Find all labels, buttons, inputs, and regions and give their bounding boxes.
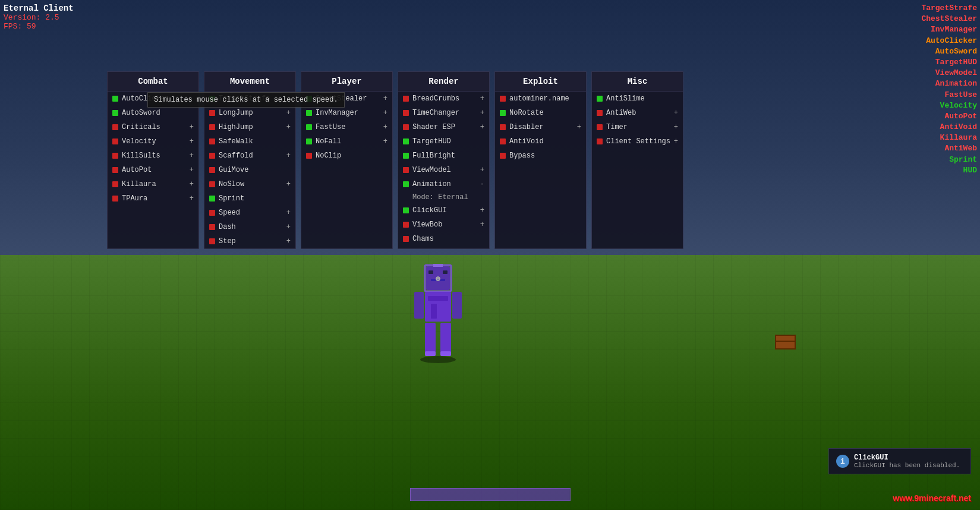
module-expand-icon[interactable]: + (286, 123, 291, 131)
module-name: Sprint (219, 194, 291, 203)
module-expand-icon[interactable]: + (674, 137, 678, 146)
module-item-autopot[interactable]: AutoPot+ (108, 163, 198, 177)
module-name: Disabler (509, 123, 575, 131)
module-dot (209, 196, 215, 202)
module-item-scaffold[interactable]: Scaffold+ (204, 149, 295, 163)
module-name: FullBright (412, 152, 484, 160)
module-item-antiweb[interactable]: AntiWeb+ (592, 106, 683, 120)
module-expand-icon[interactable]: + (674, 109, 678, 117)
module-item-noslow[interactable]: NoSlow+ (204, 177, 295, 191)
module-expand-icon[interactable]: + (286, 152, 291, 160)
panel-exploit: Exploitautominer.nameNoRotateDisabler+An… (494, 71, 587, 249)
module-item-sprint[interactable]: Sprint (204, 191, 295, 206)
module-name: Timer (606, 123, 672, 131)
module-dot (112, 167, 118, 173)
module-item-invmanager[interactable]: InvManager+ (301, 106, 392, 120)
module-item-shader-esp[interactable]: Shader ESP+ (398, 120, 489, 134)
module-expand-icon[interactable]: + (480, 166, 484, 174)
module-item-viewmodel[interactable]: ViewModel+ (398, 163, 489, 177)
module-item-antislime[interactable]: AntiSlime (592, 92, 683, 106)
module-expand-icon[interactable]: + (286, 209, 291, 217)
module-name: ViewBob (412, 221, 478, 229)
module-name: Velocity (122, 137, 187, 146)
top-right-module-autoclicker: AutoClicker (921, 36, 977, 46)
svg-rect-9 (414, 292, 424, 319)
module-item-safewalk[interactable]: SafeWalk (204, 134, 295, 149)
module-item-dash[interactable]: Dash+ (204, 220, 295, 234)
module-expand-icon[interactable]: + (383, 109, 387, 117)
module-item-highjump[interactable]: HighJump+ (204, 120, 295, 134)
module-item-tpaura[interactable]: TPAura+ (108, 191, 198, 206)
module-expand-icon[interactable]: + (286, 237, 291, 245)
module-item-step[interactable]: Step+ (204, 234, 295, 248)
top-right-module-autosword: AutoSword (921, 46, 977, 57)
module-item-velocity[interactable]: Velocity+ (108, 134, 198, 149)
module-item-bypass[interactable]: Bypass (495, 149, 586, 163)
module-item-killsults[interactable]: KillSults+ (108, 149, 198, 163)
module-expand-icon[interactable]: + (190, 166, 194, 174)
module-item-viewbob[interactable]: ViewBob+ (398, 218, 489, 232)
module-dot (403, 124, 409, 130)
module-item-timechanger[interactable]: TimeChanger+ (398, 106, 489, 120)
module-dot (306, 138, 312, 144)
module-expand-icon[interactable]: + (286, 180, 291, 188)
module-item-client-settings[interactable]: Client Settings+ (592, 134, 683, 149)
module-name: Bypass (509, 152, 581, 160)
module-item-timer[interactable]: Timer+ (592, 120, 683, 134)
top-info: Eternal Client Version: 2.5 FPS: 59 (4, 4, 74, 31)
module-item-guimove[interactable]: GuiMove (204, 163, 295, 177)
module-item-norotate[interactable]: NoRotate (495, 106, 586, 120)
top-right-module-invmanager: InvManager (921, 24, 977, 35)
module-expand-icon[interactable]: + (190, 123, 194, 131)
module-item-nofall[interactable]: NoFall+ (301, 134, 392, 149)
module-expand-icon[interactable]: + (383, 95, 387, 103)
module-item-antivoid[interactable]: AntiVoid (495, 134, 586, 149)
module-item-fastuse[interactable]: FastUse+ (301, 120, 392, 134)
module-item-chams[interactable]: Chams (398, 232, 489, 246)
module-item-autosword[interactable]: AutoSword (108, 106, 198, 120)
module-item-fullbright[interactable]: FullBright (398, 149, 489, 163)
module-name: LongJump (219, 109, 284, 117)
module-expand-icon[interactable]: + (190, 180, 194, 188)
module-dot (306, 153, 312, 159)
module-item-killaura[interactable]: Killaura+ (108, 177, 198, 191)
module-item-animation[interactable]: Animation- (398, 177, 489, 191)
module-expand-icon[interactable]: + (480, 206, 484, 215)
module-expand-icon[interactable]: + (674, 123, 678, 131)
module-item-breadcrumbs[interactable]: BreadCrumbs+ (398, 92, 489, 106)
module-item-longjump[interactable]: LongJump+ (204, 106, 295, 120)
module-item-noclip[interactable]: NoClip (301, 149, 392, 163)
module-expand-icon[interactable]: + (286, 223, 291, 231)
module-name: NoClip (316, 152, 387, 160)
module-item-autominer.name[interactable]: autominer.name (495, 92, 586, 106)
module-dot (112, 181, 118, 187)
module-item-speed[interactable]: Speed+ (204, 206, 295, 220)
notification-description: ClickGUI has been disabled. (854, 462, 960, 469)
module-expand-icon[interactable]: + (577, 123, 581, 131)
module-expand-icon[interactable]: + (480, 95, 484, 103)
svg-rect-7 (428, 296, 448, 301)
module-expand-icon[interactable]: + (286, 109, 291, 117)
module-item-targethud[interactable]: TargetHUD (398, 134, 489, 149)
module-expand-icon[interactable]: + (480, 221, 484, 229)
module-expand-icon[interactable]: + (190, 194, 194, 203)
svg-rect-11 (425, 323, 436, 355)
module-expand-icon[interactable]: + (190, 152, 194, 160)
module-expand-icon[interactable]: + (383, 123, 387, 131)
module-name: NoFall (316, 137, 381, 146)
module-item-clickgui[interactable]: ClickGUI+ (398, 203, 489, 218)
svg-rect-12 (440, 323, 451, 355)
module-item-disabler[interactable]: Disabler+ (495, 120, 586, 134)
panel-misc: MiscAntiSlimeAntiWeb+Timer+Client Settin… (591, 71, 683, 249)
module-expand-icon[interactable]: + (480, 109, 484, 117)
svg-rect-10 (452, 292, 462, 319)
module-expand-icon[interactable]: + (480, 123, 484, 131)
module-expand-icon[interactable]: + (383, 137, 387, 146)
tooltip-box: Simulates mouse clicks at a selected spe… (147, 92, 345, 108)
module-collapse-icon[interactable]: - (480, 180, 484, 188)
module-expand-icon[interactable]: + (190, 137, 194, 146)
module-dot (112, 196, 118, 202)
module-name: AntiVoid (509, 137, 581, 146)
svg-rect-14 (440, 351, 451, 356)
module-item-criticals[interactable]: Criticals+ (108, 120, 198, 134)
